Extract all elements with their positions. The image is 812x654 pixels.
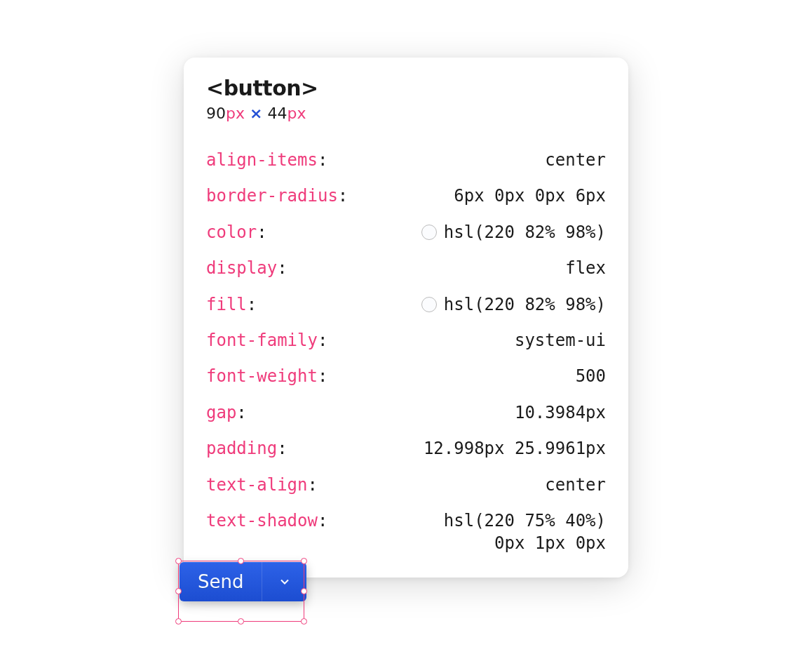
send-dropdown-button[interactable] bbox=[262, 562, 306, 601]
css-property-row: padding: 12.998px 25.9961px bbox=[206, 437, 606, 460]
colon: : bbox=[318, 509, 327, 532]
colon: : bbox=[318, 149, 327, 171]
css-property-row: gap: 10.3984px bbox=[206, 401, 606, 424]
css-property-value: flex bbox=[565, 257, 606, 279]
css-property-name: text-shadow bbox=[206, 509, 318, 532]
css-property-value: hsl(220 82% 98%) bbox=[444, 221, 606, 243]
dimension-height: 44 bbox=[267, 105, 287, 122]
css-property-name: padding bbox=[206, 437, 277, 460]
dimension-width: 90 bbox=[206, 105, 226, 122]
css-property-name: text-align bbox=[206, 474, 308, 496]
css-property-row: text-align: center bbox=[206, 474, 606, 496]
css-property-name: border-radius bbox=[206, 185, 338, 207]
css-property-row: text-shadow: hsl(220 75% 40%) 0px 1px 0p… bbox=[206, 509, 606, 555]
dimension-unit: px bbox=[226, 105, 245, 122]
colon: : bbox=[247, 293, 257, 316]
css-property-name: display bbox=[206, 257, 277, 279]
css-property-name: font-family bbox=[206, 329, 318, 352]
element-dimensions: 90px × 44px bbox=[206, 105, 606, 122]
resize-handle-icon[interactable] bbox=[175, 618, 182, 625]
colon: : bbox=[318, 329, 327, 352]
element-tag-name: <button> bbox=[206, 76, 606, 100]
css-inspector-tooltip: <button> 90px × 44px align-items: center… bbox=[184, 58, 628, 578]
send-button[interactable]: Send bbox=[180, 562, 262, 601]
css-property-row: fill: hsl(220 82% 98%) bbox=[206, 293, 606, 316]
css-property-value: system-ui bbox=[515, 329, 606, 352]
css-property-value: 500 bbox=[576, 365, 606, 387]
css-property-row: color: hsl(220 82% 98%) bbox=[206, 221, 606, 243]
chevron-down-icon bbox=[278, 575, 292, 589]
colon: : bbox=[338, 185, 348, 207]
css-property-value: center bbox=[545, 149, 606, 171]
css-property-value: 12.998px 25.9961px bbox=[424, 437, 606, 460]
css-property-value: hsl(220 75% 40%) 0px 1px 0px bbox=[444, 509, 606, 555]
css-property-value: 10.3984px bbox=[515, 401, 606, 424]
css-property-row: font-weight: 500 bbox=[206, 365, 606, 387]
send-button-group: Send bbox=[180, 562, 306, 601]
css-property-row: border-radius: 6px 0px 0px 6px bbox=[206, 185, 606, 207]
css-properties-list: align-items: center border-radius: 6px 0… bbox=[206, 149, 606, 555]
css-property-name: font-weight bbox=[206, 365, 318, 387]
resize-handle-icon[interactable] bbox=[238, 618, 244, 625]
css-property-value: center bbox=[545, 474, 606, 496]
css-property-value: hsl(220 82% 98%) bbox=[444, 293, 606, 316]
css-property-row: align-items: center bbox=[206, 149, 606, 171]
colon: : bbox=[236, 401, 246, 424]
colon: : bbox=[277, 257, 287, 279]
css-property-name: gap bbox=[206, 401, 236, 424]
color-swatch-icon bbox=[421, 225, 437, 240]
css-property-name: fill bbox=[206, 293, 247, 316]
dimension-separator: × bbox=[250, 105, 262, 122]
colon: : bbox=[318, 365, 327, 387]
colon: : bbox=[277, 437, 287, 460]
color-swatch-icon bbox=[421, 297, 437, 312]
css-property-name: align-items bbox=[206, 149, 318, 171]
css-property-row: font-family: system-ui bbox=[206, 329, 606, 352]
colon: : bbox=[308, 474, 318, 496]
colon: : bbox=[257, 221, 266, 243]
css-property-value: 6px 0px 0px 6px bbox=[454, 185, 606, 207]
dimension-unit: px bbox=[287, 105, 306, 122]
css-property-name: color bbox=[206, 221, 257, 243]
resize-handle-icon[interactable] bbox=[301, 618, 307, 625]
css-property-row: display: flex bbox=[206, 257, 606, 279]
